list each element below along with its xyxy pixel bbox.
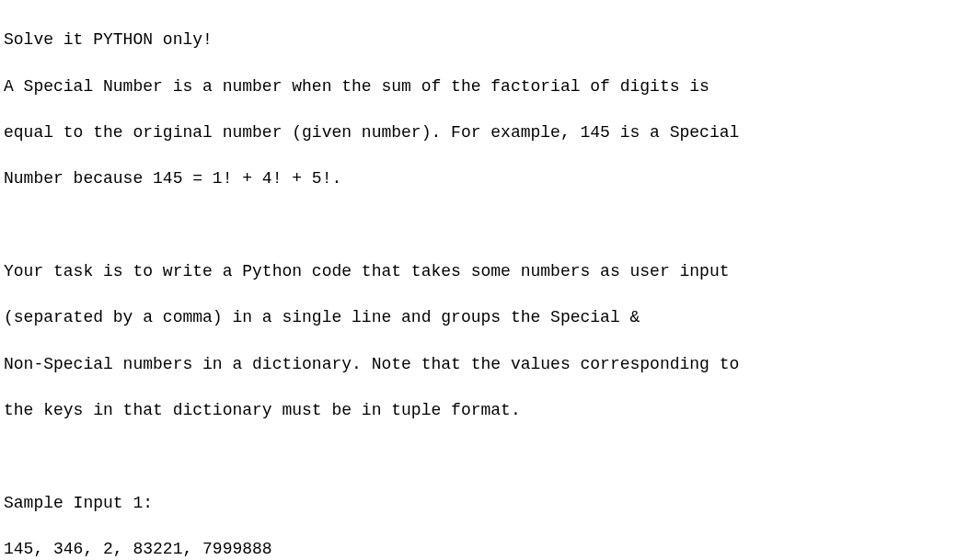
text-line: equal to the original number (given numb… [4,121,965,144]
text-line: the keys in that dictionary must be in t… [4,399,965,422]
text-line: Number because 145 = 1! + 4! + 5!. [4,167,965,190]
sample-input-label: Sample Input 1: [4,492,965,515]
text-line: Solve it PYTHON only! [4,29,965,51]
text-line: Your task is to write a Python code that… [4,260,965,283]
document-body: Solve it PYTHON only! A Special Number i… [0,0,969,560]
sample-input-value: 145, 346, 2, 83221, 7999888 [4,538,965,560]
text-line: A Special Number is a number when the su… [4,75,965,98]
blank-line [4,446,965,469]
text-line: Non-Special numbers in a dictionary. Not… [4,353,965,376]
text-line: (separated by a comma) in a single line … [4,306,965,329]
blank-line [4,214,965,237]
